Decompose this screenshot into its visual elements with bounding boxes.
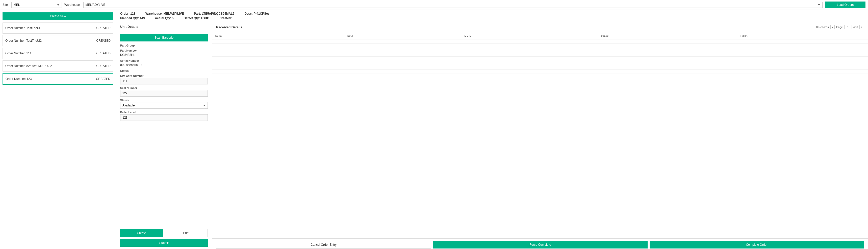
create-new-button[interactable]: Create New	[2, 12, 113, 20]
left-panel: Create New Order Number: TestTheUi CREAT…	[0, 10, 116, 249]
received-details-header: Received Details 0 Records ‹ Page of 0 ›	[212, 22, 868, 32]
warehouse-field: Warehouse: MEL/ADYLIVE	[146, 12, 184, 16]
serial-number-label: Serial Number	[120, 59, 208, 62]
records-count: 0 Records	[816, 26, 829, 29]
table-row	[212, 48, 868, 52]
table-row	[212, 44, 868, 48]
cancel-order-button[interactable]: Cancel Order Entry	[216, 241, 431, 249]
order-status: CREATED	[96, 52, 111, 55]
table-row	[212, 61, 868, 65]
part-value: LTE5AP/NQCS94MAL5	[202, 12, 234, 16]
table-body	[212, 39, 868, 74]
site-label: Site	[2, 3, 8, 6]
planned-qty-value: 449	[140, 17, 145, 20]
order-header-row1: Order: 123 Warehouse: MEL/ADYLIVE Part: …	[120, 12, 864, 16]
pagination-prev-button[interactable]: ‹	[830, 25, 835, 29]
status-label: Status	[120, 69, 208, 72]
status2-select[interactable]: Available Defective Unknown	[120, 102, 208, 109]
table-row	[212, 70, 868, 74]
actual-qty-field: Actual Qty: 5	[155, 17, 174, 20]
order-number: Order Number: TestTheUi	[5, 26, 40, 30]
load-orders-button[interactable]: Load Orders	[825, 1, 866, 8]
part-number-field: Part Number KC8438HL	[120, 49, 208, 57]
pallet-label-field: Pallet Label	[120, 111, 208, 121]
form-actions: Create Print	[120, 229, 208, 237]
order-item[interactable]: Order Number: e2e-test-M087-602 CREATED	[2, 60, 113, 72]
sim-card-input[interactable]	[120, 78, 208, 84]
unit-details-title: Unit Details	[116, 22, 212, 31]
order-item[interactable]: Order Number: TestTheUi2 CREATED	[2, 35, 113, 46]
order-value: 123	[130, 12, 135, 16]
right-area: Order: 123 Warehouse: MEL/ADYLIVE Part: …	[116, 10, 868, 249]
warehouse-value: MEL/ADYLIVE	[164, 12, 184, 16]
col-serial: Serial	[212, 32, 344, 39]
desc-field: Desc: P-41CPSes	[244, 12, 269, 16]
pagination-next-button[interactable]: ›	[860, 25, 864, 29]
actual-qty-value: 5	[172, 17, 174, 20]
submit-button[interactable]: Submit	[120, 239, 208, 247]
order-status: CREATED	[96, 77, 110, 81]
col-iccid: ICCID	[461, 32, 598, 39]
order-item-active[interactable]: Order Number: 123 CREATED	[2, 73, 113, 85]
part-field: Part: LTE5AP/NQCS94MAL5	[194, 12, 234, 16]
table-scroll: Serial Seal ICCID Status Pallet	[212, 32, 868, 239]
part-group-field: Part Group	[120, 44, 208, 47]
seal-number-label: Seal Number	[120, 86, 208, 89]
defect-qty-field: Defect Qty: TODO	[184, 17, 209, 20]
status2-field: Status Available Defective Unknown	[120, 99, 208, 109]
part-number-value: KC8438HL	[120, 53, 208, 57]
of-label: of 0	[854, 26, 858, 29]
order-header: Order: 123 Warehouse: MEL/ADYLIVE Part: …	[116, 10, 868, 22]
received-details-title: Received Details	[216, 25, 242, 29]
pallet-label-label: Pallet Label	[120, 111, 208, 114]
unit-form: Part Group Part Number KC8438HL Serial N…	[116, 44, 212, 227]
table-row	[212, 57, 868, 61]
order-field: Order: 123	[120, 12, 135, 16]
part-number-label: Part Number	[120, 49, 208, 52]
col-status: Status	[598, 32, 738, 39]
desc-value: P-41CPSes	[253, 12, 269, 16]
table-row	[212, 65, 868, 70]
created-field: Created:	[219, 17, 232, 20]
seal-number-field: Seal Number	[120, 86, 208, 96]
seal-number-input[interactable]	[120, 90, 208, 96]
sim-card-label: SIM Card Number	[120, 74, 208, 77]
order-number: Order Number: 123	[5, 77, 32, 81]
print-button[interactable]: Print	[165, 229, 208, 237]
order-status: CREATED	[96, 64, 111, 68]
top-bar: Site MEL Warehouse MEL/ADYLIVE Load Orde…	[0, 0, 868, 10]
table-header: Serial Seal ICCID Status Pallet	[212, 32, 868, 39]
page-input[interactable]	[844, 25, 852, 29]
scan-barcode-button[interactable]: Scan Barcode	[120, 34, 208, 42]
create-button[interactable]: Create	[120, 229, 163, 237]
order-number: Order Number: e2e-test-M087-602	[5, 64, 52, 68]
part-group-label: Part Group	[120, 44, 208, 47]
order-item[interactable]: Order Number: TestTheUi CREATED	[2, 23, 113, 34]
force-complete-button[interactable]: Force Complete	[433, 241, 647, 249]
complete-order-button[interactable]: Complete Order	[650, 241, 864, 249]
planned-qty-field: Planned Qty: 449	[120, 17, 145, 20]
pallet-label-input[interactable]	[120, 114, 208, 121]
pagination-info: 0 Records ‹ Page of 0 ›	[816, 25, 864, 29]
col-seal: Seal	[344, 32, 461, 39]
order-item[interactable]: Order Number: 111 CREATED	[2, 48, 113, 59]
table-row	[212, 52, 868, 57]
content-area: Unit Details Scan Barcode Part Group Par…	[116, 22, 868, 249]
warehouse-label: Warehouse	[64, 3, 80, 6]
received-details-panel: Received Details 0 Records ‹ Page of 0 ›	[212, 22, 868, 249]
warehouse-select[interactable]: MEL/ADYLIVE	[83, 2, 823, 8]
table-row	[212, 39, 868, 44]
order-status: CREATED	[96, 26, 111, 30]
sim-card-field: SIM Card Number	[120, 74, 208, 84]
order-number: Order Number: 111	[5, 52, 31, 55]
order-header-row2: Planned Qty: 449 Actual Qty: 5 Defect Qt…	[120, 17, 864, 20]
defect-qty-value: TODO	[201, 17, 209, 20]
serial-number-field: Serial Number 000-scenario9-1	[120, 59, 208, 67]
bottom-actions: Cancel Order Entry Force Complete Comple…	[212, 239, 868, 249]
col-pallet: Pallet	[738, 32, 868, 39]
status-field: Status	[120, 69, 208, 72]
order-status: CREATED	[96, 39, 111, 43]
site-select[interactable]: MEL	[11, 2, 62, 8]
serial-number-value: 000-scenario9-1	[120, 63, 208, 67]
page-label: Page	[836, 26, 843, 29]
